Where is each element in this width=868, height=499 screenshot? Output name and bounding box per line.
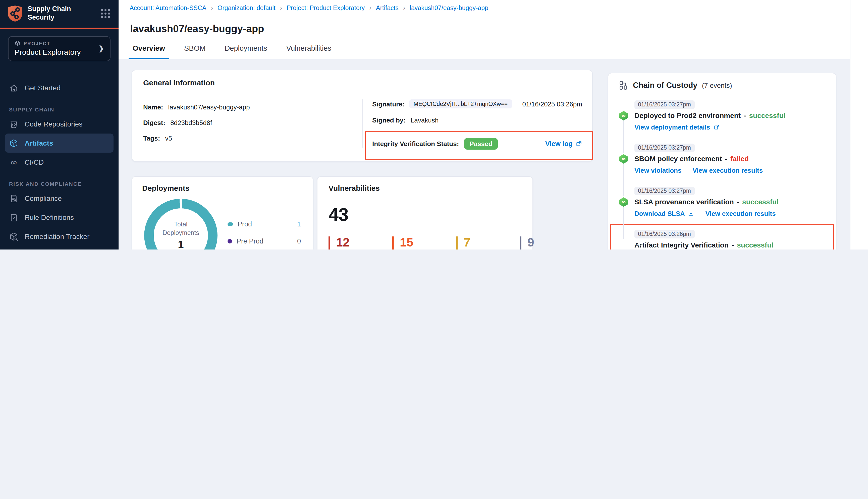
- deployments-legend: Prod 1 Pre Prod 0: [228, 219, 301, 250]
- green-hexagon-infinity-icon: [619, 111, 628, 121]
- legend-item-pre-prod: Pre Prod 0: [228, 236, 301, 246]
- tab-vulnerabilities[interactable]: Vulnerabilities: [285, 37, 332, 59]
- vulnerability-stats: 12 CRITICAL 15 HIGH 7 MEDIUM 9 LOW: [328, 236, 521, 250]
- project-selector[interactable]: PROJECT Product Exploratory ❯: [8, 36, 110, 61]
- sidebar-item-cicd[interactable]: ∞ CI/CD: [0, 153, 119, 172]
- chain-of-custody-header: Chain of Custody (7 events): [618, 80, 732, 90]
- vulnerabilities-total: 43: [328, 204, 521, 226]
- app-switcher-grid-icon[interactable]: [99, 8, 111, 20]
- main-area: Account: Automation-SSCA Organization: d…: [119, 0, 868, 250]
- signed-by-row: Signed by: Lavakush: [372, 114, 582, 125]
- download-slsa-link[interactable]: Download SLSA: [635, 210, 695, 217]
- digest-value: 8d23bd3b5d8f: [170, 119, 212, 126]
- breadcrumb-project[interactable]: Project: Product Exploratory: [276, 4, 365, 12]
- breadcrumb: Account: Automation-SSCA Organization: d…: [130, 4, 488, 12]
- chevron-right-icon: ❯: [98, 45, 104, 52]
- stat-critical: 12 CRITICAL: [328, 236, 372, 250]
- module-title: Supply Chain Security: [28, 5, 82, 22]
- green-hexagon-infinity-icon: [619, 197, 628, 207]
- sidebar-item-rule-definitions[interactable]: Rule Definitions: [0, 208, 119, 227]
- repo-bucket-icon: [9, 119, 19, 129]
- project-name: Product Exploratory: [14, 48, 98, 56]
- vulnerabilities-card: Vulnerabilities 43 12 CRITICAL 15 HIGH 7…: [317, 176, 533, 250]
- tabbar: Overview SBOM Deployments Vulnerabilitie…: [132, 37, 332, 59]
- card-title: Deployments: [142, 184, 303, 192]
- card-title: Chain of Custody: [633, 81, 698, 90]
- event-timestamp: 01/16/2025 03:27pm: [635, 187, 695, 195]
- package-cube-icon: [9, 138, 19, 148]
- breadcrumb-artifact-name[interactable]: lavakush07/easy-buggy-app: [399, 4, 488, 12]
- tab-sbom[interactable]: SBOM: [183, 37, 206, 59]
- deployments-card: Deployments Total Deployments 1 Prod 1 P…: [132, 176, 313, 250]
- pre-prod-count: 0: [297, 237, 301, 245]
- sidebar-item-remediation-tracker[interactable]: Remediation Tracker: [0, 227, 119, 246]
- digest-row: Digest: 8d23bd3b5d8f: [143, 117, 212, 128]
- custody-events-timeline: 01/16/2025 03:27pm Deployed to Prod2 env…: [619, 99, 829, 250]
- package-edit-icon: [9, 232, 19, 241]
- module-header: Supply Chain Security: [0, 0, 119, 29]
- breadcrumb-account[interactable]: Account: Automation-SSCA: [130, 4, 206, 12]
- event-sbom-policy-enforcement: 01/16/2025 03:27pm SBOM policy enforceme…: [619, 143, 829, 176]
- stat-medium: 7 MEDIUM: [456, 236, 500, 250]
- download-icon: [688, 210, 695, 217]
- tab-deployments[interactable]: Deployments: [224, 37, 268, 59]
- breadcrumb-organization[interactable]: Organization: default: [206, 4, 276, 12]
- chain-of-custody-card: Chain of Custody (7 events) 01/16/2025 0…: [608, 73, 836, 250]
- stat-high: 15 HIGH: [392, 236, 436, 250]
- artifact-name-value: lavakush07/easy-buggy-app: [168, 103, 250, 111]
- tags-value: v5: [165, 134, 172, 142]
- nav-section-risk-and-compliance: RISK AND COMPLIANCE: [0, 181, 119, 187]
- card-title: Vulnerabilities: [328, 184, 521, 192]
- general-information-card: General Information Name: lavakush07/eas…: [132, 70, 593, 162]
- signed-by-value: Lavakush: [411, 116, 438, 124]
- sidebar-item-compliance[interactable]: Compliance: [0, 189, 119, 208]
- sidebar-nav: Get Started SUPPLY CHAIN Code Repositori…: [0, 78, 119, 250]
- tags-row: Tags: v5: [143, 133, 172, 144]
- event-title: SBOM policy enforcement: [635, 155, 722, 163]
- sidebar-item-artifacts[interactable]: Artifacts: [5, 134, 113, 153]
- document-search-icon: [9, 194, 19, 203]
- event-status: successful: [749, 111, 786, 120]
- supply-chain-security-app: Supply Chain Security PROJECT Product Ex…: [0, 0, 868, 250]
- tab-overview[interactable]: Overview: [132, 37, 166, 59]
- sidebar-item-get-started[interactable]: Get Started: [0, 78, 119, 97]
- stat-low: 9 LOW: [520, 236, 564, 250]
- pre-prod-dot-icon: [228, 239, 232, 243]
- view-log-link[interactable]: View log: [545, 140, 582, 147]
- cube-icon: [14, 40, 21, 46]
- view-violations-link[interactable]: View violations: [635, 167, 682, 174]
- event-timestamp: 01/16/2025 03:27pm: [635, 144, 695, 152]
- name-row: Name: lavakush07/easy-buggy-app: [143, 101, 250, 112]
- events-count: (7 events): [702, 82, 732, 89]
- page-title: lavakush07/easy-buggy-app: [130, 23, 264, 35]
- external-link-icon: [713, 124, 720, 131]
- legend-item-prod: Prod 1: [228, 219, 301, 229]
- project-label: PROJECT: [24, 40, 50, 46]
- right-rail-divider: [850, 0, 851, 250]
- signature-row: Signature: MEQCICde2VjIT...bL+2+mqnOXw==…: [372, 98, 582, 109]
- external-link-icon: [576, 140, 582, 147]
- deployments-donut-chart: Total Deployments 1: [144, 199, 217, 250]
- breadcrumb-artifacts[interactable]: Artifacts: [365, 4, 399, 12]
- view-execution-results-link[interactable]: View execution results: [692, 167, 763, 174]
- prod-count: 1: [297, 220, 301, 228]
- prod-dot-icon: [228, 222, 233, 226]
- column-divider: [362, 99, 363, 148]
- event-status: successful: [742, 198, 779, 206]
- green-hexagon-infinity-icon: [619, 154, 628, 164]
- event-timestamp: 01/16/2025 03:27pm: [635, 100, 695, 109]
- event-artifact-integrity-verification: 01/16/2025 03:26pm Artifact Integrity Ve…: [619, 229, 829, 250]
- event-title: Deployed to Prod2 environment: [635, 111, 741, 120]
- sidebar-item-code-repositories[interactable]: Code Repositories: [0, 114, 119, 134]
- view-execution-results-link[interactable]: View execution results: [706, 210, 776, 217]
- signature-date: 01/16/2025 03:26pm: [522, 100, 582, 108]
- event-timestamp: 01/16/2025 03:26pm: [635, 230, 695, 239]
- clipboard-check-icon: [9, 212, 19, 222]
- view-deployment-details-link[interactable]: View deployment details: [635, 123, 720, 131]
- total-deployments-value: 1: [178, 239, 184, 250]
- signature-value: MEQCICde2VjIT...bL+2+mqnOXw==: [410, 99, 512, 108]
- event-slsa-provenance-verification: 01/16/2025 03:27pm SLSA provenance verif…: [619, 186, 829, 219]
- event-title: SLSA provenance verification: [635, 198, 734, 206]
- nav-section-supply-chain: SUPPLY CHAIN: [0, 107, 119, 112]
- infinity-icon: ∞: [9, 158, 19, 167]
